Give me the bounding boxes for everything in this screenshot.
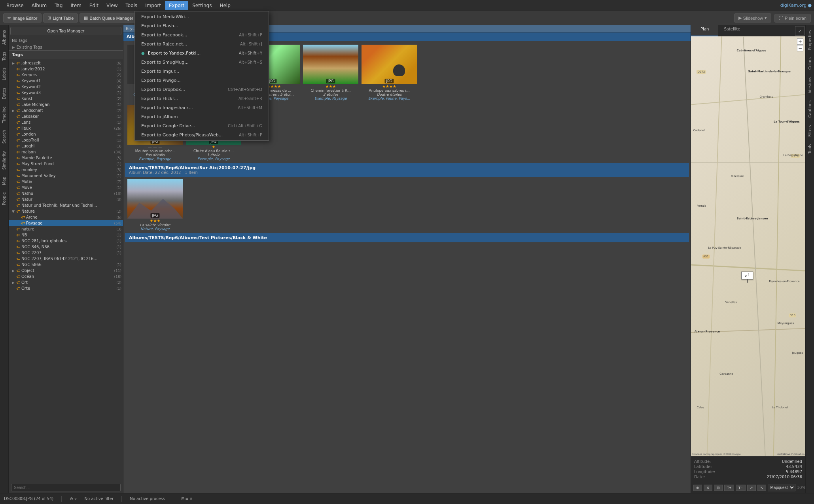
export-imgur[interactable]: Export to Imgur... [135,67,269,76]
map-container[interactable]: D973 D973 A51 D10 Cabrières-d'Aigues Sai… [691,36,805,456]
tag-ngc281[interactable]: 🏷 NGC 281, bok globules (1) [9,238,123,244]
map-tab-satellite[interactable]: Satellite [718,25,746,36]
export-dropdown-menu[interactable]: Export to MediaWiki... Export to Flash..… [134,11,269,141]
export-imageshack[interactable]: Export to Imageshack... Alt+Shift+M [135,103,269,112]
side-tab-people[interactable]: People [1,189,8,208]
tag-nature[interactable]: ▼ 🏷 Nature (2) [9,208,123,214]
menu-browse[interactable]: Browse [2,1,28,10]
process-icon-1[interactable]: ⊞ [181,496,184,501]
tag-ngc346[interactable]: 🏷 NGC 346, N66 (1) [9,244,123,250]
tag-arche[interactable]: 🏷 Arche (6) [9,214,123,220]
menu-help[interactable]: Help [216,1,234,10]
tag-natur-technik[interactable]: 🏷 Natur und Technik, Natur und Techni... [9,202,123,208]
export-piwigo[interactable]: Export to Piwigo... [135,76,269,85]
menu-import[interactable]: Import [141,1,165,10]
map-tool-btn-2[interactable]: ✕ [704,485,712,491]
export-googledrive[interactable]: Export to Google Drive... Ctrl+Alt+Shift… [135,121,269,130]
tag-orte[interactable]: 🏷 Orte (1) [9,285,123,291]
tag-keyword1[interactable]: 🏷 Keyword1 (4) [9,78,123,84]
tag-looptrail[interactable]: 🏷 LoopTrail (1) [9,137,123,143]
side-tab-versions[interactable]: Versions [806,74,813,96]
tag-paysage[interactable]: 🏷 Paysage (54) [9,220,123,226]
photo-card-chemin[interactable]: JPG ★★★ Chemin forestier à R... 3 étoile… [303,45,358,100]
tag-may-street-pond[interactable]: 🏷 May Street Pond (1) [9,161,123,167]
export-mediawiki[interactable]: Export to MediaWiki... [135,12,269,21]
tag-maison[interactable]: 🏷 maison (34) [9,149,123,155]
map-provider-select[interactable]: Mapquest [768,484,795,491]
photo-card-antilope[interactable]: JPG ★★★★ Antilope aux sabres i... Quatre… [362,45,417,100]
tag-london[interactable]: 🏷 London (1) [9,131,123,137]
menu-export[interactable]: Export [165,1,188,10]
side-tab-map[interactable]: Map [1,174,8,188]
tag-natur[interactable]: 🏷 Natur (3) [9,196,123,202]
map-expand-btn[interactable]: ⤢ [795,26,805,36]
map-tool-btn-4[interactable]: T+ [724,485,734,491]
export-googlephotos[interactable]: Export to Google Photos/PicasaWeb... Alt… [135,130,269,140]
tag-ngc2207-iras[interactable]: 🏷 NGC 2207, IRAS 06142-2121, IC 216... [9,256,123,262]
export-facebook[interactable]: Export to Facebook... Alt+Shift+F [135,30,269,40]
map-tool-btn-1[interactable]: ⊕ [693,485,702,491]
conditions-link[interactable]: Conditions d'utilisation [777,453,805,455]
tag-nathu[interactable]: 🏷 Nathu (13) [9,191,123,196]
tag-ngc2207[interactable]: 🏷 NGC 2207 (1) [9,250,123,256]
side-tab-albums[interactable]: Albums [1,27,8,48]
fullscreen-btn[interactable]: ⛶ Plein écran [774,14,811,23]
export-jalbum[interactable]: Export to jAlbum [135,112,269,121]
tag-ocean[interactable]: 🏷 Océan (18) [9,274,123,279]
export-smugmug[interactable]: Export to SmugMug... Alt+Shift+S [135,58,269,67]
menu-tools[interactable]: Tools [122,1,142,10]
menu-edit[interactable]: Edit [85,1,102,10]
export-flickr[interactable]: Export to Flickr... Alt+Shift+R [135,94,269,103]
export-yandex[interactable]: ● Export to Yandex.Fotki... Alt+Shift+Y [135,49,269,58]
menu-album[interactable]: Album [28,1,51,10]
side-tab-search[interactable]: Search [1,127,8,147]
tag-janvier2012[interactable]: 🏷 janvier2012 (1) [9,66,123,72]
existing-tags-item[interactable]: ▶ Existing Tags [9,44,123,50]
light-table-btn[interactable]: ⊞ Light Table [43,13,78,23]
side-tab-timeline[interactable]: Timeline [1,103,8,126]
process-icon-2[interactable]: ≡ [185,496,188,501]
tag-luoghi[interactable]: 🏷 Luoghi (3) [9,143,123,149]
tag-lake-michigan[interactable]: 🏷 Lake Michigan (1) [9,102,123,108]
side-tab-labels[interactable]: Labels [1,64,8,83]
tag-tree[interactable]: ▶ 🏷 Jahreszeit (6) 🏷 janvier2012 (1) 🏷 [9,59,123,482]
tag-keyword2[interactable]: 🏷 Keyword2 (4) [9,84,123,90]
filter-icon-2[interactable]: ▿ [75,496,77,501]
slideshow-btn[interactable]: ▶ Slideshow ▾ [734,13,771,23]
tag-keyword3[interactable]: 🏷 Keyword3 (1) [9,90,123,96]
export-dropbox[interactable]: Export to Dropbox... Ctrl+Alt+Shift+D [135,85,269,94]
tag-landschaft[interactable]: ▶ 🏷 Landschaft (7) [9,108,123,113]
photo-card-sainte-victoire[interactable]: ⊕ JPG ★★★ La sainte victoire Nature, Pay… [127,179,183,231]
tag-monkey[interactable]: 🏷 monkey (5) [9,167,123,173]
side-tab-captions[interactable]: Captions [806,97,813,121]
side-tab-similarity[interactable]: Similarity [1,148,8,173]
search-input[interactable] [11,484,121,491]
menu-tag[interactable]: Tag [51,1,66,10]
zoom-in-btn[interactable]: + [797,38,803,45]
export-flash[interactable]: Export to Flash... [135,21,269,30]
menu-item[interactable]: Item [67,1,85,10]
tag-monument-valley[interactable]: 🏷 Monument Valley (1) [9,173,123,179]
map-tab-plan[interactable]: Plan [691,25,718,36]
tag-motiv[interactable]: 🏷 Motiv (7) [9,179,123,185]
tag-mamie-paulette[interactable]: 🏷 Mamie Paulette (5) [9,155,123,161]
tag-move[interactable]: 🏷 Move (1) [9,185,123,191]
process-icon-3[interactable]: ✕ [189,496,193,501]
side-tab-tools-right[interactable]: Tools [806,141,813,157]
tag-lens[interactable]: 🏷 Lens (1) [9,119,123,125]
tag-keepers[interactable]: 🏷 Keepers (2) [9,72,123,78]
tag-nature2[interactable]: 🏷 nature (3) [9,226,123,232]
map-tool-btn-6[interactable]: ⤢ [747,485,756,491]
filter-icon-1[interactable]: ⊖ [70,496,73,501]
tag-jahreszeit[interactable]: ▶ 🏷 Jahreszeit (6) [9,60,123,66]
side-tab-tags[interactable]: Tags [1,49,8,64]
zoom-out-btn[interactable]: − [797,45,803,51]
tag-ngc5866[interactable]: 🏷 NGC 5866 (1) [9,262,123,268]
side-tab-dates[interactable]: Dates [1,85,8,102]
tag-lieux[interactable]: 🏷 lieux (26) [9,125,123,131]
map-tool-btn-7[interactable]: ⤡ [757,485,766,491]
map-tool-btn-5[interactable]: T− [736,485,746,491]
tag-leksaker[interactable]: 🏷 Leksaker (1) [9,113,123,119]
side-tab-colors-right[interactable]: Colors [806,54,813,73]
export-rajce[interactable]: Export to Rajce.net... Alt+Shift+J [135,40,269,49]
